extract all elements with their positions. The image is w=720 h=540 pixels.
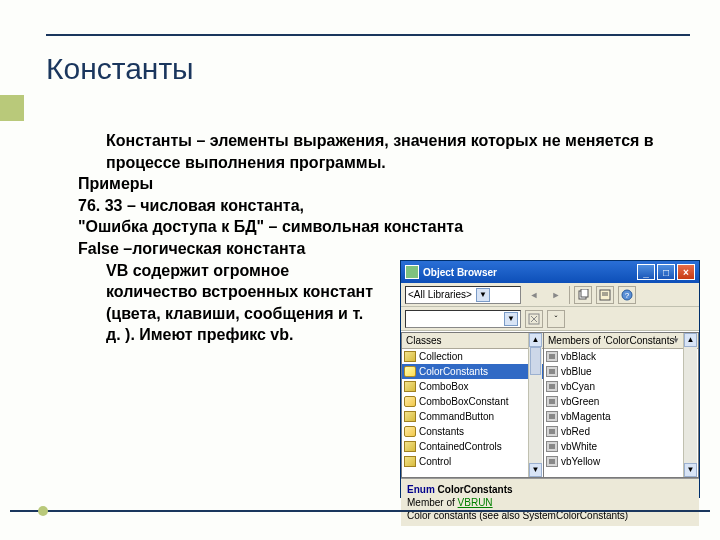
class-icon [404,351,416,362]
list-item[interactable]: vbBlack [544,349,698,364]
list-item[interactable]: ComboBoxConstant [402,394,543,409]
item-label: vbBlack [561,351,596,362]
scroll-up-icon[interactable]: ▲ [684,333,697,347]
list-item[interactable]: vbBlue [544,364,698,379]
class-icon [404,381,416,392]
list-item[interactable]: vbRed [544,424,698,439]
classes-list[interactable]: CollectionColorConstantsComboBoxComboBox… [402,349,543,469]
item-label: CommandButton [419,411,494,422]
titlebar[interactable]: Object Browser _ □ × [401,261,699,283]
list-item[interactable]: Control [402,454,543,469]
list-item[interactable]: Collection [402,349,543,364]
header-rule [46,34,690,36]
list-item[interactable]: ComboBox [402,379,543,394]
sort-icon[interactable]: ▼ [672,336,680,345]
item-label: vbMagenta [561,411,610,422]
item-label: vbYellow [561,456,600,467]
scroll-down-icon[interactable]: ▼ [529,463,542,477]
scroll-thumb[interactable] [530,347,541,375]
list-item[interactable]: vbMagenta [544,409,698,424]
vb-note: VB содержит огромное количество встроенн… [106,260,378,346]
item-label: vbRed [561,426,590,437]
classes-scrollbar[interactable]: ▲ ▼ [528,333,542,477]
list-item[interactable]: vbCyan [544,379,698,394]
enum-icon [404,396,416,407]
list-item[interactable]: vbWhite [544,439,698,454]
minimize-button[interactable]: _ [637,264,655,280]
members-header[interactable]: Members of 'ColorConstants' ▼ [544,333,698,349]
constant-icon [546,411,558,422]
toolbar-row-2: ▼ ˇ [401,307,699,331]
enum-name: ColorConstants [438,484,513,495]
definition-text: Константы – элементы выражения, значения… [106,130,690,173]
toggle-results-button[interactable]: ˇ [547,310,565,328]
list-item[interactable]: CommandButton [402,409,543,424]
view-definition-button[interactable] [596,286,614,304]
list-item[interactable]: Constants [402,424,543,439]
item-label: ComboBox [419,381,468,392]
item-label: vbWhite [561,441,597,452]
list-item[interactable]: ColorConstants [402,364,543,379]
enum-icon [404,366,416,377]
chevron-down-icon: ˇ [555,314,558,324]
copy-button[interactable] [574,286,592,304]
item-label: Constants [419,426,464,437]
member-of-label: Member of [407,497,455,508]
item-label: Collection [419,351,463,362]
list-item[interactable]: vbYellow [544,454,698,469]
library-combo-value: <All Libraries> [408,289,472,300]
members-list[interactable]: vbBlackvbBluevbCyanvbGreenvbMagentavbRed… [544,349,698,469]
example-string: "Ошибка доступа к БД" – символьная конст… [78,216,690,238]
search-button[interactable] [525,310,543,328]
close-button[interactable]: × [677,264,695,280]
class-icon [404,441,416,452]
classes-header[interactable]: Classes [402,333,543,349]
app-icon [405,265,419,279]
arrow-left-icon: ◄ [530,290,539,300]
examples-heading: Примеры [78,173,690,195]
class-icon [404,411,416,422]
item-label: Control [419,456,451,467]
footer-dot [38,506,48,516]
member-of-link[interactable]: VBRUN [458,497,493,508]
chevron-down-icon[interactable]: ▼ [504,312,518,326]
slide-title: Константы [46,52,194,86]
constant-icon [546,396,558,407]
item-label: vbBlue [561,366,592,377]
details-pane: Enum ColorConstants Member of VBRUN Colo… [401,479,699,526]
nav-back-button[interactable]: ◄ [525,286,543,304]
constant-icon [546,366,558,377]
constant-icon [546,381,558,392]
class-icon [404,456,416,467]
example-numeric: 76. 33 – числовая константа, [78,195,690,217]
constant-icon [546,456,558,467]
arrow-right-icon: ► [552,290,561,300]
help-button[interactable]: ? [618,286,636,304]
item-label: ComboBoxConstant [419,396,509,407]
maximize-button[interactable]: □ [657,264,675,280]
list-item[interactable]: vbGreen [544,394,698,409]
members-pane: Members of 'ColorConstants' ▼ vbBlackvbB… [544,332,699,478]
accent-decor [0,95,24,121]
footer-rule [10,510,710,512]
item-label: vbGreen [561,396,599,407]
scroll-up-icon[interactable]: ▲ [529,333,542,347]
nav-forward-button[interactable]: ► [547,286,565,304]
library-combo[interactable]: <All Libraries> ▼ [405,286,521,304]
enum-keyword: Enum [407,484,435,495]
window-title: Object Browser [423,267,497,278]
members-scrollbar[interactable]: ▲ ▼ [683,333,697,477]
constant-icon [546,441,558,452]
scroll-down-icon[interactable]: ▼ [684,463,697,477]
classes-pane: Classes CollectionColorConstantsComboBox… [401,332,544,478]
browser-panes: Classes CollectionColorConstantsComboBox… [401,331,699,479]
svg-rect-1 [581,289,588,297]
constant-icon [546,426,558,437]
item-label: ColorConstants [419,366,488,377]
svg-text:?: ? [625,291,630,300]
chevron-down-icon[interactable]: ▼ [476,288,490,302]
item-label: vbCyan [561,381,595,392]
search-combo[interactable]: ▼ [405,310,521,328]
list-item[interactable]: ContainedControls [402,439,543,454]
constant-icon [546,351,558,362]
